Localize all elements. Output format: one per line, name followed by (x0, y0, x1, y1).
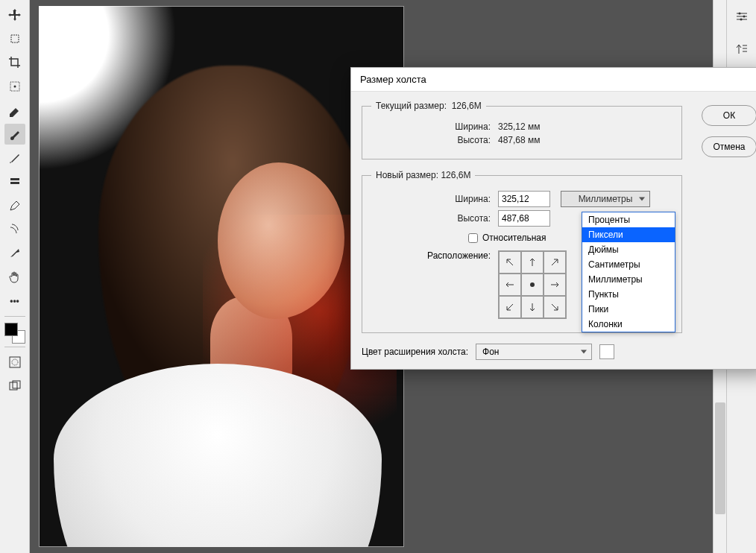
brush-tool[interactable] (4, 124, 25, 145)
move-tool[interactable] (4, 4, 25, 25)
current-height-value: 487,68 мм (498, 135, 541, 145)
unit-option[interactable]: Пиксели (582, 227, 675, 242)
blur-tool[interactable] (4, 219, 25, 240)
scrollbar-thumb[interactable] (715, 402, 725, 514)
hand-tool[interactable] (4, 267, 25, 288)
color-swatches[interactable] (4, 323, 25, 344)
relative-checkbox[interactable] (468, 233, 478, 243)
pen-tool[interactable] (4, 195, 25, 216)
anchor-label: Расположение: (371, 250, 498, 261)
left-toolbar: ••• (0, 0, 30, 553)
unit-dropdown[interactable]: ПроцентыПикселиДюймыСантиметрыМиллиметры… (582, 212, 675, 332)
svg-point-2 (13, 86, 16, 88)
foreground-color[interactable] (4, 323, 18, 336)
toolbar-divider (4, 316, 25, 317)
quick-mask-tool[interactable] (4, 352, 25, 373)
new-width-label: Ширина: (371, 194, 498, 204)
new-height-input[interactable] (498, 210, 550, 227)
ok-button[interactable]: ОК (702, 105, 756, 126)
svg-rect-5 (10, 357, 20, 367)
unit-option[interactable]: Миллиметры (582, 272, 675, 287)
canvas-size-dialog: Размер холста ОК Отмена Текущий размер: … (350, 67, 756, 370)
svg-point-10 (743, 16, 745, 18)
crop-tool[interactable] (4, 52, 25, 73)
relative-label: Относительная (482, 233, 546, 243)
new-size-legend: Новый размер: 126,6M (371, 170, 475, 180)
unit-option[interactable]: Колонки (582, 317, 675, 332)
anchor-ne[interactable] (544, 251, 566, 274)
svg-rect-0 (11, 35, 19, 42)
unit-option[interactable]: Проценты (582, 212, 675, 227)
artboard-tool[interactable] (4, 28, 25, 49)
unit-select-label: Миллиметры (579, 194, 633, 204)
current-size-legend: Текущий размер: 126,6M (371, 101, 486, 111)
new-width-input[interactable] (498, 191, 550, 207)
anchor-nw[interactable] (499, 251, 521, 274)
current-width-value: 325,12 мм (498, 121, 541, 132)
eraser-tool[interactable] (4, 100, 25, 121)
ext-color-label: Цвет расширения холста: (362, 347, 468, 357)
svg-rect-3 (10, 178, 19, 180)
cancel-button[interactable]: Отмена (702, 136, 756, 157)
current-width-label: Ширина: (371, 121, 498, 132)
new-height-label: Высота: (371, 213, 498, 224)
ext-color-value: Фон (482, 347, 499, 357)
magic-wand-tool[interactable] (4, 76, 25, 97)
svg-point-11 (740, 19, 742, 21)
toolbar-divider-2 (4, 347, 25, 347)
unit-select[interactable]: Миллиметры (561, 191, 650, 207)
unit-option[interactable]: Дюймы (582, 242, 675, 257)
current-size-group: Текущий размер: 126,6M Ширина: 325,12 мм… (362, 101, 682, 159)
unit-option[interactable]: Пункты (582, 287, 675, 302)
document-canvas[interactable] (39, 6, 404, 547)
svg-point-9 (738, 13, 740, 15)
anchor-sw[interactable] (499, 296, 521, 318)
svg-point-13 (530, 282, 535, 287)
current-height-label: Высота: (371, 135, 498, 145)
anchor-s[interactable] (521, 296, 544, 318)
svg-rect-4 (10, 182, 19, 184)
anchor-n[interactable] (521, 251, 544, 274)
screen-mode-tool[interactable] (4, 376, 25, 396)
svg-point-6 (12, 359, 18, 365)
anchor-e[interactable] (544, 274, 566, 296)
dialog-title: Размер холста (351, 68, 756, 92)
adjustments-icon[interactable] (731, 6, 752, 27)
paint-tool[interactable] (4, 148, 25, 168)
ext-color-select[interactable]: Фон (476, 344, 592, 360)
anchor-grid (498, 250, 567, 319)
unit-option[interactable]: Пики (582, 302, 675, 317)
anchor-se[interactable] (544, 296, 566, 318)
new-size-group: Новый размер: 126,6M Ширина: Миллиметры … (362, 170, 682, 333)
stamp-tool[interactable] (4, 171, 25, 192)
path-tool[interactable] (4, 243, 25, 264)
unit-option[interactable]: Сантиметры (582, 257, 675, 272)
anchor-center[interactable] (521, 274, 544, 296)
ext-color-swatch[interactable] (599, 344, 614, 359)
more-tools[interactable]: ••• (4, 291, 25, 312)
paragraph-icon[interactable] (731, 39, 752, 60)
anchor-w[interactable] (499, 274, 521, 296)
